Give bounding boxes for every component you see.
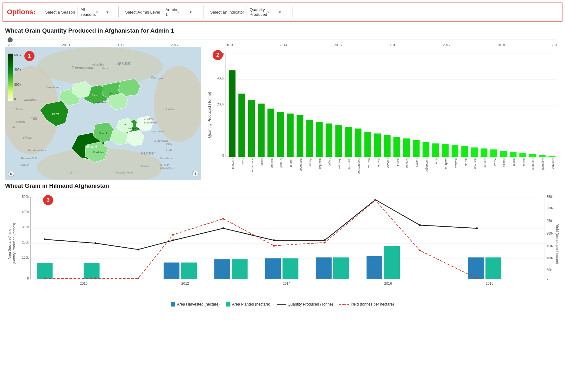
legend-mid1: 200k <box>14 83 21 86</box>
bar-area-planted-2010 <box>84 263 99 279</box>
svg-point-115 <box>137 277 139 279</box>
bar-chart-bar[interactable] <box>335 125 342 157</box>
bar-chart-bar[interactable] <box>452 145 458 157</box>
svg-text:0: 0 <box>222 154 224 157</box>
svg-point-114 <box>94 277 96 279</box>
bar-chart-bar[interactable] <box>481 149 487 157</box>
bar-chart-bar[interactable] <box>258 104 264 157</box>
map-info-button[interactable]: ℹ <box>192 171 198 177</box>
bar-area-planted-2016 <box>384 246 400 279</box>
bar-chart-bar[interactable] <box>442 144 449 157</box>
indicator-arrow-icon[interactable]: ▾ <box>279 10 289 15</box>
bar-chart-x-label: Bamyan <box>474 158 477 169</box>
bar-chart-bar[interactable] <box>549 156 555 157</box>
season-label: Select a Season <box>45 10 75 15</box>
options-bar: Options: Select a Season All seasons × ▾… <box>3 3 562 22</box>
timeline-handle[interactable] <box>8 37 13 42</box>
svg-text:Tehran: Tehran <box>16 108 24 111</box>
bar-chart-bar[interactable] <box>403 138 410 157</box>
bar-chart-bar[interactable] <box>500 151 507 157</box>
map-container: Hilmand Herat Nangarhar Balkh Kunduz Gha… <box>5 47 201 180</box>
bar-chart-bar[interactable] <box>471 148 478 157</box>
season-select[interactable]: All seasons × ▾ <box>78 6 119 18</box>
legend-qty-produced-label: Quantity Produced (Tonne) <box>288 302 333 307</box>
bar-chart-bar[interactable] <box>287 114 293 157</box>
season-arrow-icon[interactable]: ▾ <box>106 10 116 15</box>
options-label: Options: <box>7 8 35 16</box>
admin-clear-icon[interactable]: × <box>177 10 189 15</box>
svg-text:UTT: UTT <box>68 171 74 174</box>
legend-tick-labels: 600k 400k 200k 0 <box>14 54 21 101</box>
bar-chart-container: 2 Quantity Produced (Tonne) 600k 400k 20… <box>206 47 560 180</box>
svg-point-111 <box>419 224 421 226</box>
bar-chart-x-label: Sar-i-Pul <box>348 158 351 170</box>
bar-chart-bar[interactable] <box>519 153 526 157</box>
timeline-year-label: 2010 <box>62 43 70 47</box>
bar-chart-bar[interactable] <box>529 154 536 157</box>
bar-chart-bar[interactable] <box>355 129 361 157</box>
bar-chart-bar[interactable] <box>248 100 255 157</box>
bar-chart-x-label: Nimroz <box>483 158 487 168</box>
indicator-select[interactable]: Quantity Produced × ▾ <box>247 6 292 18</box>
bar-chart-bar[interactable] <box>432 143 439 157</box>
bar-chart-bar[interactable] <box>393 137 400 157</box>
bar-chart-bar[interactable] <box>539 155 545 157</box>
bar-chart-bar[interactable] <box>374 134 381 157</box>
svg-text:Herat: Herat <box>52 112 59 116</box>
bar-chart-bar[interactable] <box>277 112 284 157</box>
bar-chart-bar[interactable] <box>384 135 390 157</box>
season-clear-icon[interactable]: × <box>96 10 105 15</box>
bar-chart-bar[interactable] <box>297 115 303 157</box>
bar-chart-bar[interactable] <box>461 146 468 157</box>
bar-chart-x-label: Kunduz <box>270 158 273 168</box>
legend-qty-produced-line <box>277 304 286 305</box>
bar-chart-x-label: Daykundi <box>542 158 545 170</box>
bar-area-harvested-2015 <box>316 257 332 279</box>
legend-yield: Yield (tonnes per hectare) <box>339 302 394 307</box>
bar-chart-x-label: Uruzgan <box>406 158 409 169</box>
bar-chart-bar[interactable] <box>490 149 497 157</box>
admin-select[interactable]: Admin 1 × ▾ <box>163 6 204 18</box>
svg-text:Islamabad: Islamabad <box>151 130 164 133</box>
bar-chart-x-label: Takhar <box>290 158 293 167</box>
svg-text:Moradabad: Moradabad <box>160 157 174 160</box>
svg-text:Mashhad: Mashhad <box>24 98 37 101</box>
bar-chart-bar[interactable] <box>364 132 371 157</box>
bar-chart-bar[interactable] <box>229 70 235 157</box>
indicator-clear-icon[interactable]: × <box>267 10 278 15</box>
svg-text:PRADESH: PRADESH <box>160 167 173 170</box>
svg-text:400k: 400k <box>22 210 29 214</box>
bar-chart-x-label: Kapisa <box>503 158 506 168</box>
svg-text:Gujranwala: Gujranwala <box>154 139 168 142</box>
bar-chart-bar[interactable] <box>423 142 429 157</box>
bar-chart-bar[interactable] <box>238 94 245 157</box>
svg-point-105 <box>137 249 139 250</box>
bar-chart-bar[interactable] <box>326 123 332 157</box>
legend-mid2: 400k <box>14 68 21 72</box>
timeline-track[interactable] <box>8 37 557 43</box>
svg-text:Hotan: Hotan <box>166 108 174 111</box>
svg-text:Turkmenistan: Turkmenistan <box>72 66 94 70</box>
bar-chart-bar[interactable] <box>316 122 323 157</box>
legend-area-harvested-color <box>171 302 175 307</box>
timeline-line <box>8 40 557 40</box>
map-play-button[interactable]: ▶ <box>8 171 14 177</box>
season-value: All seasons <box>80 7 96 17</box>
bar-chart-bar[interactable] <box>510 152 516 157</box>
combo-chart-badge: 3 <box>43 195 53 205</box>
timeline-year-label: 2013 <box>225 43 233 47</box>
svg-point-106 <box>172 239 174 241</box>
svg-text:JAMMU: JAMMU <box>144 117 154 120</box>
bar-chart-bar[interactable] <box>267 109 274 157</box>
svg-text:Isfahan: Isfahan <box>16 120 25 123</box>
combo-chart-svg: Area (hectares) and Quantity Produced (t… <box>5 192 560 296</box>
main-content: Hilmand Herat Nangarhar Balkh Kunduz Gha… <box>0 47 565 180</box>
bar-chart-bar[interactable] <box>345 127 352 157</box>
svg-text:Area (hectares) and: Area (hectares) and <box>8 229 11 259</box>
svg-text:0: 0 <box>27 277 29 280</box>
admin-arrow-icon[interactable]: ▾ <box>190 10 201 15</box>
bar-area-harvested-2012 <box>164 262 179 279</box>
bar-chart-bar[interactable] <box>306 120 313 157</box>
bar-chart-bar[interactable] <box>413 140 419 157</box>
svg-text:Quantity Produced (tonnes): Quantity Produced (tonnes) <box>12 223 16 266</box>
